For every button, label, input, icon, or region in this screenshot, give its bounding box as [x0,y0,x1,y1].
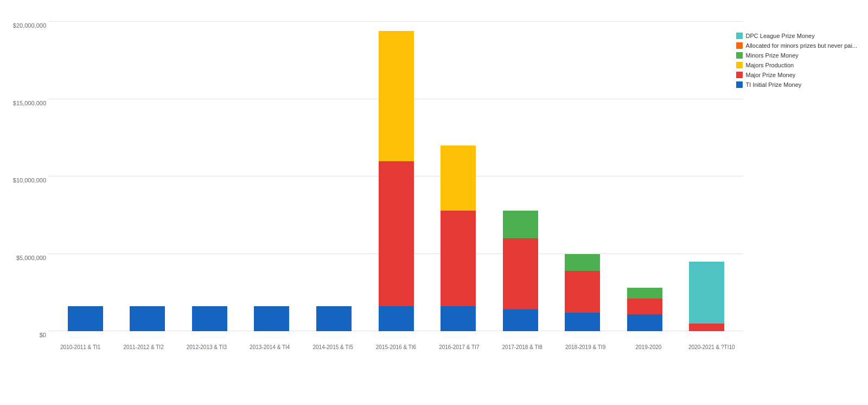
bar-stack [68,306,103,331]
bar-segment-minorsPrize [565,254,600,271]
legend-item: TI Initial Prize Money [736,81,857,88]
bar-segment-majorPrize [627,299,662,314]
bar-segment-ti [627,314,662,331]
bar-stack [192,306,227,331]
bar-group [551,254,614,331]
bar-segment-ti [441,306,476,331]
x-axis-label: 2012-2013 & TI3 [175,331,238,353]
bar-segment-majorsProd [441,145,476,211]
legend-item: Allocated for minors prizes but never pa… [736,42,857,49]
bar-segment-ti [379,306,414,331]
legend-label: Allocated for minors prizes but never pa… [746,42,857,49]
x-axis-label: 2018-2019 & TI9 [554,331,617,353]
x-axis-label: 2013-2014 & TI4 [238,331,301,353]
bar-stack [627,288,662,331]
legend-label: Major Prize Money [746,72,796,78]
bar-segment-majorPrize [565,271,600,313]
x-axis-label: 2015-2016 & TI6 [365,331,427,353]
bar-stack [565,254,600,331]
bar-stack [503,211,538,331]
bar-group [303,306,365,331]
y-axis-label: $0 [40,332,46,338]
bar-group [365,31,427,331]
bar-stack [379,31,414,331]
bar-group [675,262,738,331]
bar-segment-minorsPrize [503,211,538,238]
bar-segment-ti [316,306,352,331]
bar-group [178,306,241,331]
bar-segment-majorPrize [689,324,724,331]
bar-segment-majorPrize [503,238,538,309]
legend-label: TI Initial Prize Money [746,81,802,88]
chart-area: $0$5,000,000$10,000,000$15,000,000$20,00… [49,22,743,353]
bars-area [49,22,743,331]
legend-item: Majors Production [736,62,857,68]
legend-label: Majors Production [746,62,794,68]
y-axis-label: $20,000,000 [13,22,46,29]
legend-item: DPC League Prize Money [736,33,857,39]
y-axis-label: $10,000,000 [13,177,46,183]
x-axis-label: 2010-2011 & TI1 [49,331,112,353]
bar-segment-ti [192,306,227,331]
x-axis-label: 2020-2021 & ?TI10 [680,331,743,353]
bar-segment-minorsPrize [627,288,662,299]
bar-group [427,145,489,331]
bar-segment-majorPrize [379,161,414,307]
legend-label: DPC League Prize Money [746,33,815,39]
y-axis-label: $15,000,000 [13,100,46,106]
bar-group [614,288,676,331]
bar-segment-majorsProd [379,31,414,161]
bar-segment-ti [254,306,289,331]
x-axis-label: 2017-2018 & TI8 [491,331,554,353]
bar-stack [254,306,289,331]
x-labels: 2010-2011 & TI12011-2012 & TI22012-2013 … [49,331,743,353]
bar-stack [441,145,476,331]
x-axis-label: 2014-2015 & TI5 [301,331,364,353]
bar-segment-ti [68,306,103,331]
y-axis: $0$5,000,000$10,000,000$15,000,000$20,00… [5,22,49,331]
y-axis-label: $5,000,000 [16,255,46,261]
bar-group [117,306,179,331]
bar-segment-ti [565,313,600,331]
bar-stack [689,262,724,331]
legend: DPC League Prize MoneyAllocated for mino… [736,33,857,88]
legend-item: Minors Prize Money [736,52,857,59]
bar-segment-ti [503,309,538,331]
x-axis-label: 2011-2012 & TI2 [112,331,175,353]
x-axis-label: 2019-2020 [617,331,680,353]
legend-label: Minors Prize Money [746,52,799,59]
x-axis-label: 2016-2017 & TI7 [427,331,490,353]
legend-item: Major Prize Money [736,72,857,78]
bar-group [489,211,552,331]
bar-segment-dpc [689,262,724,324]
bar-stack [130,306,165,331]
bar-group [54,306,117,331]
chart-container: DPC League Prize MoneyAllocated for mino… [0,0,868,405]
bar-segment-majorPrize [441,211,476,307]
bar-group [241,306,303,331]
bar-segment-ti [130,306,165,331]
bar-stack [316,306,352,331]
